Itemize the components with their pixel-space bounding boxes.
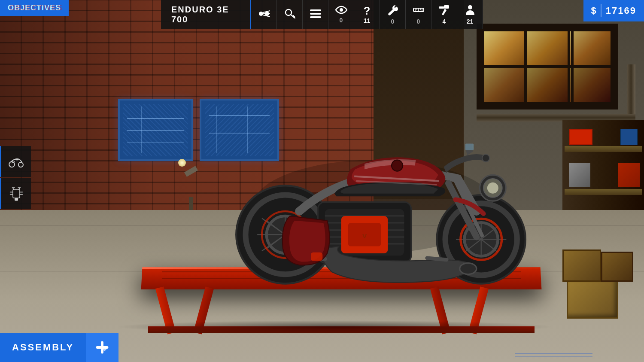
svg-rect-51 [310, 13, 321, 15]
money-icon: $ [591, 5, 596, 16]
svg-rect-61 [439, 6, 444, 9]
toolbar-eye-btn[interactable]: 0 [328, 0, 354, 29]
svg-rect-65 [15, 158, 18, 160]
svg-rect-60 [444, 5, 449, 9]
ruler-icon [413, 4, 424, 17]
engine-tab-icon [8, 185, 25, 202]
svg-line-48 [293, 15, 294, 16]
svg-text:V: V [362, 232, 367, 240]
garage-background: V [0, 0, 644, 362]
toolbar-key-btn[interactable] [277, 0, 303, 29]
top-toolbar: ENDURO 3E 700 [161, 0, 483, 29]
svg-point-32 [482, 155, 489, 162]
eye-icon [335, 6, 347, 16]
crate-large [567, 280, 618, 319]
toolbar-icons: 0 ? 11 0 [251, 0, 483, 29]
bottom-bar: ASSEMBLY [0, 333, 118, 362]
svg-rect-66 [13, 189, 20, 198]
svg-point-41 [259, 12, 263, 16]
svg-point-62 [468, 5, 472, 9]
person-count: 21 [467, 18, 474, 25]
key-icon [284, 8, 295, 21]
money-separator [601, 4, 601, 17]
question-count: 11 [364, 17, 371, 24]
svg-rect-40 [311, 252, 322, 261]
money-display: $ 17169 [583, 0, 644, 21]
svg-point-34 [460, 263, 477, 274]
list-icon [310, 9, 321, 20]
eye-count: 0 [340, 17, 343, 24]
svg-point-64 [18, 162, 23, 167]
motorcycle-tab-icon [8, 153, 25, 170]
hammer-icon [439, 4, 450, 17]
objectives-button[interactable]: Objectives [0, 0, 69, 16]
motorcycle-tab[interactable] [0, 146, 31, 177]
crate-top-right [601, 252, 633, 282]
left-tabs [0, 146, 31, 209]
svg-point-53 [340, 8, 343, 12]
toolbar-person-btn[interactable]: 21 [457, 0, 483, 29]
assembly-icon [94, 340, 110, 355]
blue-box [620, 129, 638, 145]
toolbar-wrench-btn[interactable]: 0 [380, 0, 406, 29]
svg-point-29 [392, 160, 403, 171]
svg-point-39 [487, 183, 498, 194]
toolbar-question-btn[interactable]: ? 11 [354, 0, 380, 29]
crate-top-left [562, 249, 601, 282]
ruler-count: 0 [417, 18, 420, 25]
wrench-icon [388, 4, 398, 17]
motorcycle: V [174, 76, 592, 286]
question-icon: ? [364, 5, 371, 16]
hammer-count: 4 [443, 18, 446, 25]
lift-shadow [116, 320, 554, 333]
assembly-button[interactable] [86, 333, 118, 362]
svg-rect-33 [465, 144, 474, 150]
svg-rect-71 [15, 198, 18, 201]
wrench-count: 0 [391, 18, 395, 25]
svg-point-63 [9, 161, 15, 167]
svg-line-49 [294, 16, 295, 17]
headlights-icon [258, 9, 270, 20]
money-amount: 17169 [606, 5, 636, 16]
toolbar-hammer-btn[interactable]: 4 [431, 0, 457, 29]
svg-rect-52 [310, 16, 321, 18]
toolbar-headlights-btn[interactable] [251, 0, 277, 29]
red-item [618, 163, 640, 187]
engine-tab[interactable] [0, 178, 31, 209]
person-icon [465, 4, 475, 17]
toolbar-ruler-btn[interactable]: 0 [406, 0, 431, 29]
assembly-label: ASSEMBLY [0, 333, 86, 362]
vehicle-name: ENDURO 3E 700 [161, 0, 251, 29]
toolbar-list-btn[interactable] [303, 0, 328, 29]
svg-rect-50 [310, 9, 321, 11]
